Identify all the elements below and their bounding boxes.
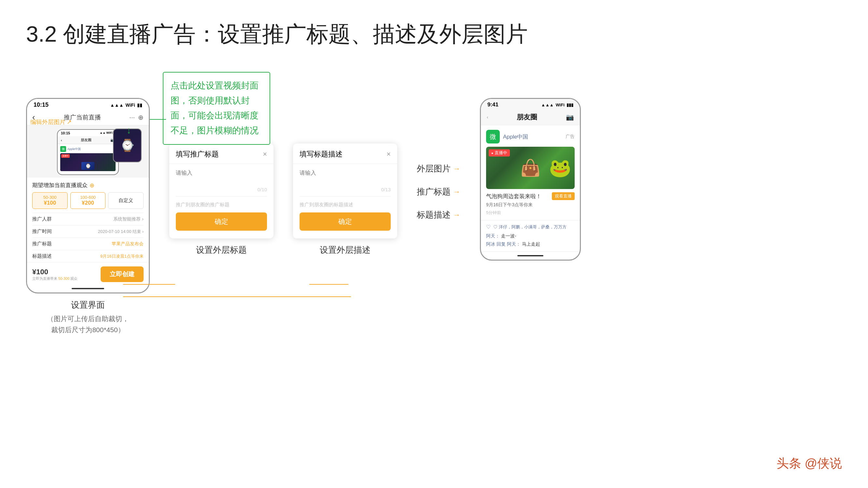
- comment2-text: 马上走起: [522, 241, 540, 247]
- label-promo-arrow: →: [453, 188, 460, 196]
- more-icon[interactable]: ···: [129, 113, 135, 121]
- callout-arrow-h: [150, 119, 166, 120]
- post-subtitle: 9月16日下午3点等你来: [486, 202, 575, 208]
- annotation-callout: 点击此处设置视频封面图，否则使用默认封面，可能会出现清晰度不足，图片模糊的情况: [163, 72, 270, 145]
- form-value-crowd: 系统智能推荐 ›: [113, 216, 144, 222]
- live-badge-text: 直播中: [495, 150, 507, 156]
- inner-post-image: 直播中 ⌚: [60, 153, 116, 171]
- connector-title-to-dialog1: [123, 284, 175, 285]
- likes-text: ♡ 洋仔，阿鹏，小满哥，萨桑，万万方: [493, 224, 566, 230]
- comment-1: 阿天： 走一波-: [486, 232, 575, 240]
- comments-area: 阿天： 走一波- 阿冰 回复 阿天： 马上走起: [486, 232, 575, 248]
- post-title-row: 气泡狗周边套装来啦！ 观看直播: [486, 192, 575, 200]
- label-title-desc: 标题描述 →: [417, 209, 460, 221]
- dialog2-btn-area: 确定: [293, 213, 397, 238]
- post-time: 5分钟前: [486, 210, 575, 216]
- budget-option-2[interactable]: 100-600 ¥200: [70, 192, 106, 209]
- phone1-container: 10:15 ▲▲▲ WiFi ▮▮ ‹ 推广当前直播 ··· ⊕: [26, 98, 150, 335]
- phone4-time: 9:41: [487, 101, 498, 108]
- edit-arrow-icon: ↗: [67, 119, 72, 126]
- dialog2-close-icon[interactable]: ×: [386, 150, 391, 158]
- home-indicator: [72, 288, 104, 289]
- form-value-time: 2020-07-10 14:00 结束 ›: [98, 229, 144, 234]
- dialog1-input-area: 0/10: [169, 164, 274, 202]
- dialog2-header: 填写标题描述 ×: [293, 143, 397, 164]
- settings-icon[interactable]: ⊕: [138, 113, 144, 121]
- price-range: 50-300: [58, 276, 69, 281]
- price-sub: 立即为直播带来 50-300 观众: [32, 276, 78, 281]
- label-title-desc-text: 标题描述: [417, 209, 451, 221]
- dialog2-bottom-label: 设置外层描述: [293, 244, 397, 256]
- form-row-desc[interactable]: 标题描述 9月16日凌晨1点等你来: [32, 250, 144, 262]
- phone4-home-indicator: [517, 255, 544, 256]
- form-row-title[interactable]: 推广标题 苹果产品发布会: [32, 237, 144, 250]
- inner-account: Apple中国: [67, 147, 81, 151]
- dialog1-title: 填写推广标题: [176, 149, 219, 159]
- comment1-text: 走一波-: [501, 233, 516, 238]
- post-header-left: 微 Apple中国: [486, 130, 528, 143]
- budget-options: 50-300 ¥100 100-600 ¥200 自定义: [32, 192, 144, 209]
- battery-icon: ▮▮: [137, 102, 142, 108]
- phone1-sub-note: （图片可上传后自助裁切，裁切后尺寸为800*450）: [26, 313, 150, 335]
- live-badge: ● 直播中: [489, 149, 510, 157]
- moments-post: 微 Apple中国 广告 ● 直播中 🐸 �: [481, 125, 580, 221]
- dialog1-counter: 0/10: [176, 187, 267, 192]
- budget-price-1: ¥100: [34, 200, 66, 206]
- green-down-arrow: ↓: [127, 125, 131, 136]
- inner-phone-area: 10:15 ▲▲ WiFi ▮ ‹ 朋友圈 📷 微: [27, 125, 149, 177]
- dialog2-input[interactable]: [300, 169, 391, 186]
- edit-outer-btn[interactable]: 编辑外层图片 ↗: [30, 118, 72, 126]
- likes-row: ♡ ♡ 洋仔，阿鹏，小满哥，萨桑，万万方: [486, 224, 575, 230]
- watch-live-btn[interactable]: 观看直播: [552, 192, 575, 200]
- overlay-watch-icon: ⌚: [120, 139, 135, 152]
- moments-header: ‹ 朋友圈 📷: [481, 109, 580, 125]
- budget-option-1[interactable]: 50-300 ¥100: [32, 192, 68, 209]
- heart-icon: ♡: [486, 224, 491, 230]
- phone4-status-icons: ▲▲▲ WiFi ▮▮▮: [541, 102, 574, 107]
- dialog2: 填写标题描述 × 0/13 推广到朋友圈的标题描述 确定: [293, 143, 397, 238]
- label-desc-arrow: →: [453, 211, 460, 219]
- inner-phone-main: 10:15 ▲▲ WiFi ▮ ‹ 朋友圈 📷 微: [57, 129, 119, 175]
- right-labels-col: 外层图片 → 推广标题 → 标题描述 →: [417, 163, 460, 221]
- form-label-crowd: 推广人群: [32, 216, 52, 222]
- budget-range-2: 100-600: [72, 195, 104, 200]
- dialog2-confirm-btn[interactable]: 确定: [300, 213, 391, 231]
- dialog2-wrapper: 填写标题描述 × 0/13 推广到朋友圈的标题描述 确定 设置外层描述: [293, 143, 397, 256]
- post-ad-tag: 广告: [565, 134, 575, 139]
- signal-icon: ▲▲▲: [110, 102, 124, 108]
- dialog1-close-icon[interactable]: ×: [263, 150, 267, 158]
- inner-time: 10:15: [61, 131, 70, 135]
- price-label: ¥100: [32, 268, 78, 276]
- post-frog-icon: 🐸: [549, 159, 571, 177]
- dialog1-bottom-label: 设置外层标题: [169, 244, 274, 256]
- connector-dialog1-to-dialog2: [309, 284, 348, 285]
- budget-custom[interactable]: 自定义: [108, 192, 144, 209]
- create-btn[interactable]: 立即创建: [101, 266, 144, 282]
- dialog1: 填写推广标题 × 0/10 推广到朋友圈的推广标题 确定: [169, 143, 274, 238]
- moments-camera-icon[interactable]: 📷: [566, 113, 574, 121]
- dialog1-wrapper: 填写推广标题 × 0/10 推广到朋友圈的推广标题 确定 设置外层标题: [169, 143, 274, 256]
- dialog1-confirm-btn[interactable]: 确定: [176, 213, 267, 231]
- comment1-name: 阿天：: [486, 233, 500, 238]
- form-row-crowd: 推广人群 系统智能推荐 ›: [32, 213, 144, 225]
- moments-back-icon[interactable]: ‹: [487, 115, 488, 120]
- dialog2-title: 填写标题描述: [300, 149, 342, 159]
- dialog2-counter: 0/13: [300, 187, 391, 192]
- phone1-bottom-label: 设置界面: [26, 299, 150, 311]
- phone4-battery-icon: ▮▮▮: [566, 102, 574, 107]
- budget-custom-label: 自定义: [119, 197, 133, 204]
- phone4-status-bar: 9:41 ▲▲▲ WiFi ▮▮▮: [481, 99, 580, 109]
- panels-row: 10:15 ▲▲▲ WiFi ▮▮ ‹ 推广当前直播 ··· ⊕: [26, 72, 842, 335]
- dialog1-input[interactable]: [176, 169, 267, 186]
- post-title: 气泡狗周边套装来啦！: [486, 193, 541, 200]
- inner-product-img: ⌚: [82, 162, 94, 170]
- inner-watch-emoji: ⌚: [85, 163, 91, 168]
- phone1-status-icons: ▲▲▲ WiFi ▮▮: [110, 102, 142, 108]
- label-outer-image: 外层图片 →: [417, 163, 460, 174]
- label-promo-title-text: 推广标题: [417, 186, 451, 197]
- page-title: 3.2 创建直播广告：设置推广标题、描述及外层图片: [26, 20, 842, 49]
- dialog2-input-wrapper: 0/13: [300, 169, 391, 196]
- dialog1-hint: 推广到朋友圈的推广标题: [169, 202, 274, 213]
- post-account-name: Apple中国: [503, 133, 528, 140]
- dialog1-btn-area: 确定: [169, 213, 274, 238]
